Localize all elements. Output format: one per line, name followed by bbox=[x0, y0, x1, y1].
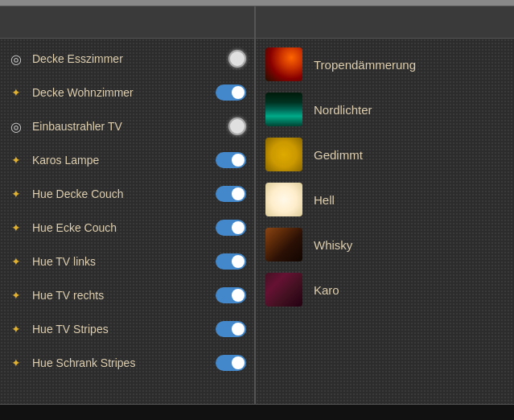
scene-name: Tropendämmerung bbox=[314, 58, 416, 72]
sun-icon: ✦ bbox=[8, 154, 24, 167]
toggle-knob bbox=[232, 86, 245, 99]
light-item-hue-ecke-couch[interactable]: ✦Hue Ecke Couch bbox=[0, 211, 254, 245]
toggle-container[interactable] bbox=[211, 253, 246, 270]
light-name: Karos Lampe bbox=[32, 154, 211, 167]
scene-item-tropendaemmerung[interactable]: Tropendämmerung bbox=[256, 42, 514, 87]
light-item-hue-decke-couch[interactable]: ✦Hue Decke Couch bbox=[0, 177, 254, 211]
scene-name: Whisky bbox=[314, 238, 352, 252]
light-name: Hue TV rechts bbox=[32, 289, 211, 302]
light-name: Hue TV links bbox=[32, 255, 211, 268]
light-name: Hue Decke Couch bbox=[32, 187, 211, 200]
scene-thumbnail-inner bbox=[265, 183, 302, 216]
scene-thumbnail-inner bbox=[265, 138, 302, 171]
toggle-knob bbox=[232, 255, 245, 268]
light-name: Einbaustrahler TV bbox=[32, 120, 211, 133]
lights-list: ◎Decke Esszimmer✦Decke Wohnzimmer◎Einbau… bbox=[0, 39, 254, 404]
bulb-icon: ◎ bbox=[8, 51, 24, 67]
light-name: Decke Wohnzimmer bbox=[32, 86, 211, 99]
toggle-on[interactable] bbox=[216, 186, 246, 202]
light-name: Decke Esszimmer bbox=[32, 52, 211, 65]
sun-icon: ✦ bbox=[8, 289, 24, 302]
scene-item-nordlichter[interactable]: Nordlichter bbox=[256, 87, 514, 132]
scene-thumbnail-gedimmt bbox=[265, 138, 302, 171]
main-content: ◎Decke Esszimmer✦Decke Wohnzimmer◎Einbau… bbox=[0, 6, 514, 404]
right-panel: TropendämmerungNordlichterGedimmtHellWhi… bbox=[256, 6, 514, 404]
toggle-container[interactable] bbox=[211, 321, 246, 337]
sun-icon: ✦ bbox=[8, 255, 24, 268]
light-item-decke-esszimmer[interactable]: ◎Decke Esszimmer bbox=[0, 42, 254, 76]
toggle-container[interactable] bbox=[211, 117, 246, 135]
toggle-container[interactable] bbox=[211, 287, 246, 303]
sun-icon: ✦ bbox=[8, 221, 24, 234]
toggle-white[interactable] bbox=[228, 117, 246, 135]
toggle-container[interactable] bbox=[211, 220, 246, 236]
scene-name: Hell bbox=[314, 193, 335, 207]
toggle-on[interactable] bbox=[216, 152, 246, 168]
light-item-hue-tv-rechts[interactable]: ✦Hue TV rechts bbox=[0, 278, 254, 312]
sun-icon: ✦ bbox=[8, 86, 24, 99]
top-bar bbox=[0, 0, 514, 6]
scene-item-hell[interactable]: Hell bbox=[256, 177, 514, 222]
toggle-knob bbox=[232, 154, 245, 167]
sun-icon: ✦ bbox=[8, 356, 24, 369]
toggle-knob bbox=[232, 221, 245, 234]
light-item-hue-tv-stripes[interactable]: ✦Hue TV Stripes bbox=[0, 312, 254, 346]
toggle-on[interactable] bbox=[216, 253, 246, 270]
sun-icon: ✦ bbox=[8, 187, 24, 200]
toggle-on[interactable] bbox=[216, 355, 246, 371]
sun-icon: ✦ bbox=[8, 323, 24, 336]
scene-thumbnail-whisky bbox=[265, 228, 302, 261]
toggle-knob bbox=[232, 289, 245, 302]
toggle-on[interactable] bbox=[216, 84, 246, 101]
left-panel: ◎Decke Esszimmer✦Decke Wohnzimmer◎Einbau… bbox=[0, 6, 256, 404]
toggle-container[interactable] bbox=[211, 50, 246, 68]
light-name: Hue TV Stripes bbox=[32, 323, 211, 336]
toggle-knob bbox=[232, 356, 245, 369]
light-item-decke-wohnzimmer[interactable]: ✦Decke Wohnzimmer bbox=[0, 76, 254, 109]
scene-item-karo[interactable]: Karo bbox=[256, 267, 514, 312]
toggle-knob bbox=[232, 323, 245, 336]
scene-thumbnail-inner bbox=[265, 273, 302, 307]
toggle-on[interactable] bbox=[216, 287, 246, 303]
scene-thumbnail-inner bbox=[265, 228, 302, 261]
toggle-container[interactable] bbox=[211, 186, 246, 202]
light-item-hue-schrank-stripes[interactable]: ✦Hue Schrank Stripes bbox=[0, 346, 254, 380]
scene-thumbnail-hell bbox=[265, 183, 302, 216]
light-item-einbaustrahler-tv[interactable]: ◎Einbaustrahler TV bbox=[0, 109, 254, 143]
scene-list: TropendämmerungNordlichterGedimmtHellWhi… bbox=[256, 39, 514, 404]
light-name: Hue Ecke Couch bbox=[32, 221, 211, 234]
toggle-white[interactable] bbox=[228, 50, 246, 68]
scene-item-whisky[interactable]: Whisky bbox=[256, 222, 514, 267]
toggle-container[interactable] bbox=[211, 152, 246, 168]
bulb-icon: ◎ bbox=[8, 119, 24, 134]
scene-thumbnail-karo bbox=[265, 273, 302, 307]
toggle-on[interactable] bbox=[216, 220, 246, 236]
light-item-karos-lampe[interactable]: ✦Karos Lampe bbox=[0, 143, 254, 177]
right-panel-header bbox=[256, 6, 514, 39]
left-panel-header bbox=[0, 6, 254, 39]
scene-name: Nordlichter bbox=[314, 103, 372, 117]
toggle-knob bbox=[232, 187, 245, 200]
scene-thumbnail-inner bbox=[265, 93, 302, 126]
scene-thumbnail-tropendaemmerung bbox=[265, 47, 302, 81]
scene-item-gedimmt[interactable]: Gedimmt bbox=[256, 132, 514, 177]
light-item-hue-tv-links[interactable]: ✦Hue TV links bbox=[0, 245, 254, 278]
light-name: Hue Schrank Stripes bbox=[32, 356, 211, 369]
scene-name: Gedimmt bbox=[314, 148, 363, 162]
toggle-container[interactable] bbox=[211, 355, 246, 371]
scene-thumbnail-nordlichter bbox=[265, 93, 302, 126]
scene-name: Karo bbox=[314, 283, 339, 297]
scene-thumbnail-inner bbox=[265, 47, 302, 81]
toggle-container[interactable] bbox=[211, 84, 246, 101]
toggle-on[interactable] bbox=[216, 321, 246, 337]
bottom-bar bbox=[0, 404, 514, 420]
